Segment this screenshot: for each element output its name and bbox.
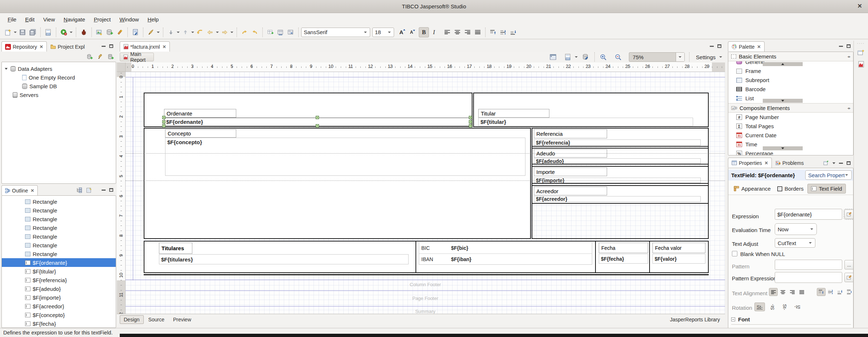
menu-item[interactable]: Navigate xyxy=(60,15,89,24)
zoom-level-combo[interactable]: 75% xyxy=(629,52,685,62)
vertical-ruler[interactable]: 0123456789101112 xyxy=(117,72,126,314)
rotation-right-button[interactable]: St- xyxy=(779,303,790,311)
report-label-acreedor[interactable]: Acreedor xyxy=(534,187,607,195)
outline-item[interactable]: Rectangle xyxy=(2,241,116,249)
palette-section-composite[interactable]: # Composite Elements ◂▸ xyxy=(728,103,853,113)
close-tab-icon[interactable]: ✕ xyxy=(765,161,768,166)
tree-item[interactable]: Sample DB xyxy=(2,82,116,90)
text-adjust-combo[interactable]: CutText xyxy=(775,238,815,248)
pattern-expression-edit-button[interactable] xyxy=(844,273,853,282)
editor-mode-tab[interactable]: Design xyxy=(120,315,144,324)
back-dropdown-icon[interactable] xyxy=(216,32,219,33)
halign-justify-button[interactable] xyxy=(797,288,806,296)
trim-handle[interactable]: ···· xyxy=(854,41,868,45)
valign-bottom-button[interactable] xyxy=(836,288,844,296)
save-button[interactable] xyxy=(17,27,28,37)
rotation-left-button[interactable]: St- xyxy=(767,303,778,311)
compile-xml-icon[interactable]: 010 xyxy=(565,53,571,61)
undo-button[interactable] xyxy=(239,27,250,37)
datasource-edit-icon[interactable] xyxy=(582,53,589,61)
new-server-icon[interactable] xyxy=(108,54,114,60)
debug-button[interactable] xyxy=(79,27,89,37)
restore-view-icon[interactable] xyxy=(857,49,865,56)
outline-item[interactable]: Rectangle xyxy=(2,206,116,215)
selection-handle[interactable] xyxy=(316,116,319,119)
tab-project-explorer[interactable]: Project Expl xyxy=(47,41,89,52)
outline-item[interactable]: Rectangle xyxy=(2,232,116,241)
maximize-icon[interactable] xyxy=(847,161,851,165)
palette-section-basic[interactable]: Basic Elements ◂▸ xyxy=(728,52,853,61)
subtab-borders[interactable]: Borders xyxy=(775,184,806,193)
outline-item[interactable]: $F{importe} xyxy=(2,293,116,302)
minimize-icon[interactable] xyxy=(102,190,106,191)
style-dropdown-icon[interactable] xyxy=(157,32,160,33)
align-center-button[interactable] xyxy=(452,27,462,37)
run-dropdown-icon[interactable] xyxy=(70,32,73,33)
expander-icon[interactable] xyxy=(5,68,8,70)
report-label-importe[interactable]: Importe xyxy=(534,167,607,176)
pull-down-button[interactable] xyxy=(166,27,176,37)
report-bic-iban-table[interactable]: BIC $F{bic} IBAN $F{iban} xyxy=(419,242,592,265)
minimize-icon[interactable] xyxy=(710,46,714,47)
tab-problems[interactable]: Problems xyxy=(772,158,807,168)
report-wizard-button[interactable] xyxy=(115,27,125,37)
new-dataset-button[interactable] xyxy=(105,27,115,37)
menu-item[interactable]: Window xyxy=(115,15,143,24)
expression-input[interactable] xyxy=(775,209,842,220)
outline-item[interactable]: $F{acreedor} xyxy=(2,302,116,310)
font-size-combo[interactable]: 18 xyxy=(372,28,394,37)
selection-handle[interactable] xyxy=(469,124,472,127)
tree-item[interactable]: Data Adapters xyxy=(2,64,116,73)
selection-handle[interactable] xyxy=(316,124,319,127)
breadcrumb-main-report[interactable]: Main Report xyxy=(120,53,154,61)
minimize-icon[interactable] xyxy=(839,163,843,164)
bold-button[interactable]: B xyxy=(419,27,429,37)
report-field-fecha[interactable]: $F{fecha} xyxy=(599,254,648,264)
align-right-button[interactable] xyxy=(462,27,472,37)
report-label-ordenante[interactable]: Ordenante xyxy=(164,109,236,118)
pattern-input[interactable] xyxy=(775,260,842,270)
palette-item[interactable]: Σ Total Pages xyxy=(728,122,853,131)
menu-item[interactable]: View xyxy=(39,15,59,24)
outline-item[interactable]: Rectangle xyxy=(2,215,116,223)
blank-when-null-checkbox[interactable] xyxy=(732,251,737,256)
outline-item[interactable]: $F{adeudo} xyxy=(2,284,116,293)
selection-handle[interactable] xyxy=(162,124,165,127)
report-field-adeudo[interactable]: $F{adeudo} xyxy=(534,158,701,164)
minimize-icon[interactable] xyxy=(102,46,106,47)
report-label-bic[interactable]: BIC xyxy=(419,245,451,251)
tab-properties[interactable]: Properties✕ xyxy=(728,158,772,168)
compile-dropdown-icon[interactable] xyxy=(575,56,578,58)
rotation-none-button[interactable]: St- xyxy=(754,303,765,311)
report-field-titulares[interactable]: $F{titulares} xyxy=(159,254,409,264)
halign-center-button[interactable] xyxy=(778,288,787,296)
maximize-icon[interactable] xyxy=(847,44,851,48)
valign-bottom-button[interactable] xyxy=(508,27,519,37)
selection-handle[interactable] xyxy=(162,116,165,119)
outline-item[interactable]: $F{titular} xyxy=(2,267,116,276)
tree-item[interactable]: Servers xyxy=(2,90,116,99)
outline-item[interactable]: $F{referencia} xyxy=(2,276,116,284)
palette-scroll-down[interactable] xyxy=(763,99,803,103)
menu-item[interactable]: Project xyxy=(90,15,115,24)
table-columns-button[interactable] xyxy=(275,27,286,37)
report-label-iban[interactable]: IBAN xyxy=(419,256,451,262)
report-label-fecha[interactable]: Fecha xyxy=(599,243,648,253)
valign-middle-button[interactable] xyxy=(826,288,835,296)
outline-item[interactable]: Rectangle xyxy=(2,223,116,232)
horizontal-ruler[interactable]: 0123456789101112131415161718192021222324… xyxy=(126,62,725,72)
back-button[interactable] xyxy=(205,27,215,37)
outline-item[interactable]: $F{concepto} xyxy=(2,310,116,319)
font-family-combo[interactable]: SansSerif xyxy=(301,28,370,37)
run-report-button[interactable] xyxy=(59,27,69,37)
selection-handle[interactable] xyxy=(469,116,472,119)
editor-mode-tab[interactable]: Source xyxy=(144,315,168,324)
selection-handle[interactable] xyxy=(469,120,472,123)
pin-palette-icon[interactable]: ◂▸ xyxy=(847,54,850,58)
outline-thumbnail-mode-icon[interactable] xyxy=(86,187,92,193)
pattern-expression-input[interactable] xyxy=(775,272,842,283)
forward-dropdown-icon[interactable] xyxy=(230,32,233,33)
report-field-iban[interactable]: $F{iban} xyxy=(451,256,471,262)
menu-item[interactable]: Help xyxy=(144,15,163,24)
report-configuration-button[interactable] xyxy=(130,27,140,37)
